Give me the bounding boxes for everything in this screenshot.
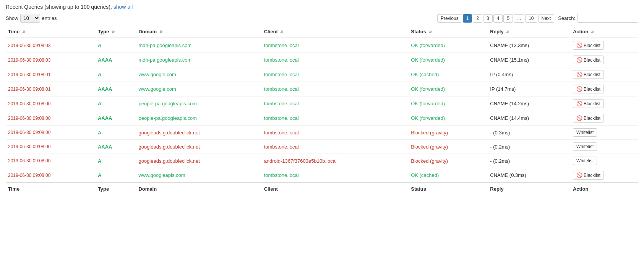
cell-client: tombstone.local (262, 140, 409, 154)
cell-time: 2019-06-30 09:08:03 (6, 53, 96, 67)
controls-row: Show 10 25 50 100 entries Previous 1 2 3… (6, 14, 638, 23)
table-row: 2019-06-30 09:08:03 AAAA mdh-pa.googleap… (6, 53, 638, 67)
blacklist-button[interactable]: 🚫Blacklist (573, 85, 604, 93)
cell-type: A (96, 168, 136, 183)
next-button[interactable]: Next (538, 14, 555, 23)
search-pagination: Previous 1 2 3 4 5 ... 10 Next Search: (437, 14, 638, 23)
cell-status: OK (forwarded) (409, 96, 488, 111)
sort-icon-type: ⇵ (112, 30, 115, 34)
entries-select[interactable]: 10 25 50 100 (20, 14, 40, 23)
cell-domain: www.google.com (136, 82, 261, 96)
col-client[interactable]: Client ⇵ (262, 26, 409, 38)
cell-type: A (96, 96, 136, 111)
search-input[interactable] (577, 14, 638, 23)
cell-domain: www.google.com (136, 67, 261, 82)
page-3-button[interactable]: 3 (483, 14, 493, 23)
cell-reply: - (0.2ms) (488, 140, 571, 154)
block-icon: 🚫 (576, 72, 582, 77)
cell-client: tombstone.local (262, 111, 409, 126)
col-action[interactable]: Action ⇵ (571, 26, 638, 38)
cell-reply: IP (14.7ms) (488, 82, 571, 96)
cell-status: OK (cached) (409, 67, 488, 82)
table-row: 2019-06-30 09:08:00 AAAA googleads.g.dou… (6, 140, 638, 154)
sort-icon-domain: ⇵ (159, 30, 162, 34)
blacklist-button[interactable]: 🚫Blacklist (573, 70, 604, 79)
table-body: 2019-06-30 09:08:03 A mdh-pa.googleapis.… (6, 38, 638, 183)
header: Recent Queries (showing up to 100 querie… (6, 4, 638, 10)
footer-client: Client (262, 183, 409, 195)
cell-domain: googleads.g.doubleclick.net (136, 140, 261, 154)
cell-client: tombstone.local (262, 168, 409, 183)
cell-reply: IP (0.4ms) (488, 67, 571, 82)
table-row: 2019-06-30 09:08:00 A googleads.g.double… (6, 154, 638, 168)
cell-action: 🚫Blacklist (571, 67, 638, 82)
sort-icon-client: ⇵ (280, 30, 283, 34)
blacklist-button[interactable]: 🚫Blacklist (573, 171, 604, 180)
page-2-button[interactable]: 2 (473, 14, 482, 23)
cell-type: AAAA (96, 140, 136, 154)
cell-domain: googleads.g.doubleclick.net (136, 154, 261, 168)
cell-type: AAAA (96, 111, 136, 126)
whitelist-button[interactable]: Whitelist (573, 142, 597, 151)
cell-type: A (96, 154, 136, 168)
col-time[interactable]: Time ⇵ (6, 26, 96, 38)
previous-button[interactable]: Previous (437, 14, 462, 23)
page-1-button[interactable]: 1 (463, 14, 472, 23)
page-4-button[interactable]: 4 (493, 14, 503, 23)
cell-action: Whitelist (571, 140, 638, 154)
whitelist-button[interactable]: Whitelist (573, 128, 597, 137)
page-ellipsis-button[interactable]: ... (514, 14, 524, 23)
cell-domain: mdh-pa.googleapis.com (136, 38, 261, 53)
cell-action: Whitelist (571, 154, 638, 168)
table-row: 2019-06-30 09:08:00 AAAA people-pa.googl… (6, 111, 638, 126)
cell-reply: CNAME (13.3ms) (488, 38, 571, 53)
cell-status: OK (cached) (409, 168, 488, 183)
cell-domain: people-pa.googleapis.com (136, 111, 261, 126)
blacklist-button[interactable]: 🚫Blacklist (573, 99, 604, 108)
show-all-link[interactable]: show all (114, 4, 133, 10)
page-5-button[interactable]: 5 (503, 14, 513, 23)
cell-reply: - (0.3ms) (488, 126, 571, 140)
cell-status: OK (forwarded) (409, 82, 488, 96)
blacklist-button[interactable]: 🚫Blacklist (573, 56, 604, 64)
cell-type: AAAA (96, 53, 136, 67)
cell-client: tombstone.local (262, 67, 409, 82)
cell-time: 2019-06-30 09:08:00 (6, 96, 96, 111)
cell-time: 2019-06-30 09:08:03 (6, 38, 96, 53)
cell-domain: mdh-pa.googleapis.com (136, 53, 261, 67)
cell-domain: googleads.g.doubleclick.net (136, 126, 261, 140)
block-icon: 🚫 (576, 115, 582, 121)
table-header-row: Time ⇵ Type ⇵ Domain ⇵ Client ⇵ Status ⇵… (6, 26, 638, 38)
footer-action: Action (571, 183, 638, 195)
header-title: Recent Queries (showing up to 100 querie… (6, 4, 112, 10)
cell-time: 2019-06-30 09:08:01 (6, 67, 96, 82)
cell-client: tombstone.local (262, 96, 409, 111)
blacklist-button[interactable]: 🚫Blacklist (573, 41, 604, 50)
footer-status: Status (409, 183, 488, 195)
cell-domain: people-pa.googleapis.com (136, 96, 261, 111)
page-10-button[interactable]: 10 (525, 14, 537, 23)
cell-status: OK (forwarded) (409, 38, 488, 53)
cell-status: OK (forwarded) (409, 53, 488, 67)
whitelist-button[interactable]: Whitelist (573, 157, 597, 165)
footer-type: Type (96, 183, 136, 195)
cell-action: 🚫Blacklist (571, 168, 638, 183)
cell-time: 2019-06-30 09:08:00 (6, 154, 96, 168)
table-row: 2019-06-30 09:08:00 A people-pa.googleap… (6, 96, 638, 111)
block-icon: 🚫 (576, 172, 582, 178)
col-domain[interactable]: Domain ⇵ (136, 26, 261, 38)
cell-status: Blocked (gravity) (409, 140, 488, 154)
footer-time: Time (6, 183, 96, 195)
cell-status: Blocked (gravity) (409, 126, 488, 140)
table-footer-row: Time Type Domain Client Status Reply Act… (6, 183, 638, 195)
cell-type: A (96, 38, 136, 53)
cell-reply: CNAME (14.2ms) (488, 96, 571, 111)
col-status[interactable]: Status ⇵ (409, 26, 488, 38)
cell-type: AAAA (96, 82, 136, 96)
col-reply[interactable]: Reply ⇵ (488, 26, 571, 38)
blacklist-button[interactable]: 🚫Blacklist (573, 114, 604, 123)
entries-label: entries (42, 15, 57, 21)
footer-domain: Domain (136, 183, 261, 195)
cell-action: 🚫Blacklist (571, 111, 638, 126)
col-type[interactable]: Type ⇵ (96, 26, 136, 38)
